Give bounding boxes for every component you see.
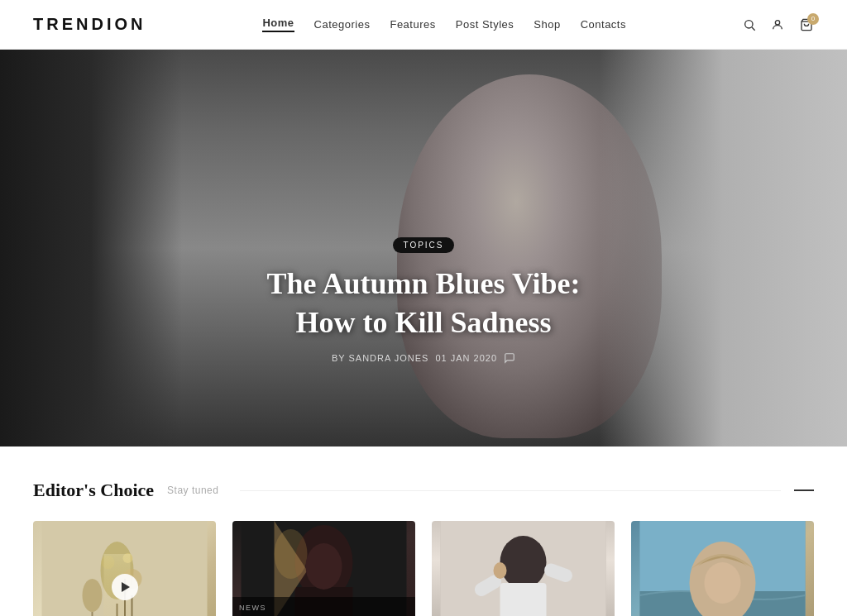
cart-badge: 0	[807, 13, 819, 25]
editors-divider-line	[240, 490, 781, 491]
svg-point-12	[83, 579, 103, 612]
card-3-illustration	[432, 521, 615, 616]
card-4[interactable]: NEWS Simple Rules of Happy and Healthy L…	[631, 521, 814, 616]
card-1-image	[33, 521, 216, 616]
hero-content: TOPICS The Autumn Blues Vibe: How to Kil…	[0, 236, 847, 364]
nav-item-categories[interactable]: Categories	[314, 18, 371, 31]
hero-meta: BY SANDRA JONES 01 JAN 2020	[0, 352, 847, 364]
svg-point-0	[745, 20, 753, 27]
svg-point-23	[500, 536, 547, 589]
header-icons: 0	[743, 18, 814, 31]
editors-title: Editor's Choice	[33, 480, 154, 501]
hero-tag[interactable]: TOPICS	[393, 237, 453, 253]
editors-choice-section: Editor's Choice Stay tuned	[0, 446, 847, 616]
card-4-illustration	[631, 521, 814, 616]
search-icon	[743, 18, 756, 31]
nav-item-features[interactable]: Features	[390, 18, 435, 31]
card-1[interactable]: NEWS Trending Photos on the Internet thi…	[33, 521, 216, 616]
editors-dash	[794, 489, 814, 491]
hero-section: TOPICS The Autumn Blues Vibe: How to Kil…	[0, 50, 847, 446]
card-3[interactable]: NEWS New Advertisement Agencies in Europ…	[432, 521, 615, 616]
comment-icon	[504, 352, 515, 364]
card-1-illustration	[33, 521, 216, 616]
site-logo[interactable]: TRENDION	[33, 15, 146, 34]
editors-header: Editor's Choice Stay tuned	[33, 480, 814, 501]
nav-item-post-styles[interactable]: Post Styles	[456, 18, 514, 31]
user-icon	[771, 18, 784, 31]
cards-grid: NEWS Trending Photos on the Internet thi…	[33, 521, 814, 616]
svg-rect-11	[92, 612, 93, 616]
nav-item-home[interactable]: Home	[262, 17, 294, 32]
card-2[interactable]: NEWS The Best Clothing Brand Commercial …	[232, 521, 415, 616]
svg-rect-9	[132, 595, 133, 616]
main-nav: HomeCategoriesFeaturesPost StylesShopCon…	[262, 17, 626, 32]
svg-point-2	[775, 20, 779, 24]
hero-author: BY SANDRA JONES	[332, 353, 429, 363]
svg-rect-24	[500, 583, 547, 616]
search-button[interactable]	[743, 18, 756, 31]
user-button[interactable]	[771, 18, 784, 31]
play-button-1[interactable]	[112, 574, 138, 600]
card-2-image: NEWS The Best Clothing Brand Commercial	[232, 521, 415, 616]
svg-point-20	[306, 543, 342, 590]
svg-line-1	[752, 27, 755, 31]
svg-point-19	[275, 529, 308, 579]
cart-button[interactable]: 0	[799, 18, 814, 31]
card-4-image	[631, 521, 814, 616]
svg-point-33	[705, 562, 741, 604]
card-2-overlay: NEWS The Best Clothing Brand Commercial	[232, 597, 415, 616]
editors-subtitle: Stay tuned	[167, 485, 218, 496]
play-triangle-icon	[122, 582, 130, 592]
hero-date: 01 JAN 2020	[435, 353, 497, 363]
hero-title: The Autumn Blues Vibe: How to Kill Sadne…	[0, 265, 847, 342]
svg-point-27	[494, 562, 507, 579]
card-3-image	[432, 521, 615, 616]
nav-item-contacts[interactable]: Contacts	[581, 18, 626, 31]
site-header: TRENDION HomeCategoriesFeaturesPost Styl…	[0, 0, 847, 50]
card-2-overlay-category: NEWS	[239, 604, 409, 612]
nav-item-shop[interactable]: Shop	[534, 18, 560, 31]
